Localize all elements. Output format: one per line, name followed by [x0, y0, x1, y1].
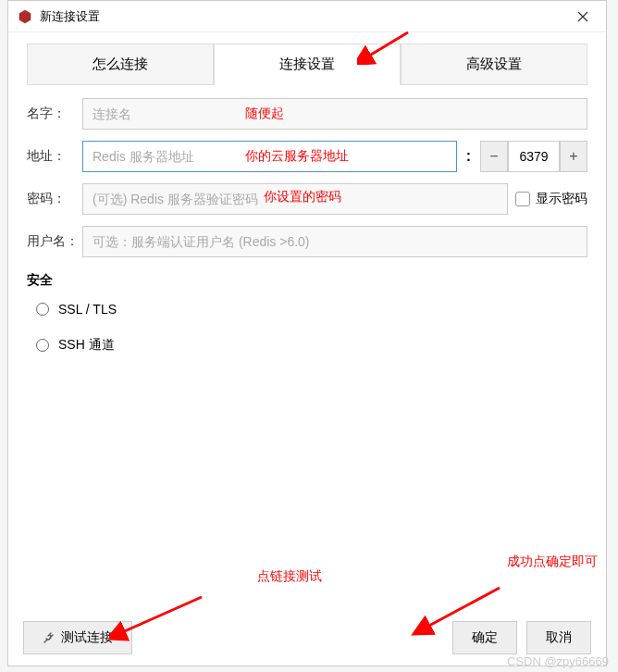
test-connection-label: 测试连接: [61, 629, 113, 646]
cancel-button[interactable]: 取消: [526, 621, 591, 654]
address-label: 地址：: [27, 148, 82, 165]
cancel-label: 取消: [546, 629, 572, 646]
port-decrement-button[interactable]: −: [480, 141, 508, 172]
tabs: 怎么连接 连接设置 高级设置: [8, 32, 606, 85]
titlebar: 新连接设置: [8, 1, 606, 32]
test-connection-button[interactable]: 测试连接: [23, 621, 132, 654]
username-row: 用户名：: [27, 226, 587, 257]
ssl-radio[interactable]: [36, 303, 49, 316]
port-increment-button[interactable]: +: [560, 141, 587, 172]
port-input[interactable]: [508, 141, 560, 172]
password-row: 密码： 显示密码: [27, 183, 587, 215]
address-port-separator: :: [466, 148, 471, 165]
username-input[interactable]: [82, 226, 587, 257]
show-password-group[interactable]: 显示密码: [515, 191, 587, 207]
security-section-title: 安全: [27, 272, 587, 289]
form-area: 名字： 地址： : − + 密码： 显示密码 用户名： 安全: [8, 85, 606, 610]
name-label: 名字：: [27, 106, 82, 122]
username-label: 用户名：: [27, 233, 82, 250]
password-input[interactable]: [82, 183, 508, 215]
ssh-option[interactable]: SSH 通道: [27, 337, 587, 354]
watermark: CSDN @zpy66669: [507, 654, 609, 668]
close-icon: [577, 11, 588, 22]
dialog-title: 新连接设置: [40, 8, 569, 25]
app-icon: [18, 9, 32, 24]
tab-how-to-connect[interactable]: 怎么连接: [27, 44, 214, 85]
ssl-label: SSL / TLS: [58, 302, 117, 317]
svg-marker-0: [19, 10, 31, 23]
name-input[interactable]: [82, 98, 587, 130]
password-label: 密码：: [27, 191, 82, 207]
ok-button[interactable]: 确定: [452, 621, 517, 654]
show-password-label: 显示密码: [536, 191, 587, 207]
name-row: 名字：: [27, 98, 587, 130]
close-button[interactable]: [569, 6, 597, 27]
plug-icon: [43, 631, 56, 644]
show-password-checkbox[interactable]: [515, 192, 530, 206]
tab-advanced-settings[interactable]: 高级设置: [401, 44, 587, 85]
ok-label: 确定: [472, 629, 498, 646]
address-input[interactable]: [82, 141, 457, 172]
ssh-label: SSH 通道: [58, 337, 115, 354]
connection-settings-dialog: 新连接设置 怎么连接 连接设置 高级设置 名字： 地址： : − +: [7, 0, 607, 666]
ssl-option[interactable]: SSL / TLS: [27, 302, 587, 317]
ssh-radio[interactable]: [36, 339, 49, 352]
tab-connection-settings[interactable]: 连接设置: [214, 44, 401, 85]
address-row: 地址： : − +: [27, 141, 587, 172]
